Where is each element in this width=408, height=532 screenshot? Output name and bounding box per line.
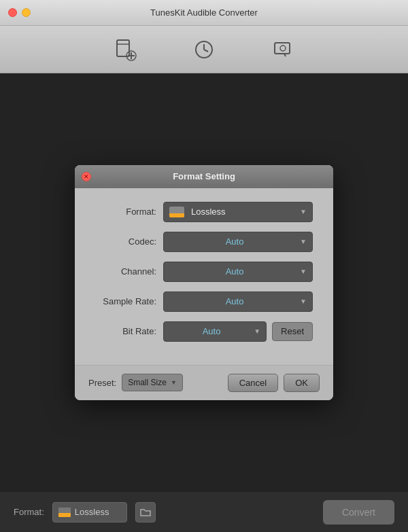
channel-label: Channel:: [95, 266, 163, 277]
folder-button[interactable]: [135, 502, 156, 522]
format-dropdown-arrow: ▼: [300, 208, 307, 215]
footer-buttons: Cancel OK: [228, 374, 320, 392]
codec-select[interactable]: Auto ▼: [163, 232, 313, 252]
sample-rate-row: Sample Rate: Auto ▼: [95, 291, 313, 312]
channel-dropdown-arrow: ▼: [300, 268, 307, 275]
bottom-bar: Format: Lossless Convert: [0, 491, 408, 532]
codec-label: Codec:: [95, 236, 163, 247]
bottom-format-icon: [58, 508, 71, 517]
dialog-title: Format Setting: [173, 171, 235, 181]
codec-row: Codec: Auto ▼: [95, 232, 313, 252]
main-content: ✕ Format Setting Format: Lossless ▼: [0, 73, 408, 491]
toolbar: [0, 26, 408, 73]
convert-button[interactable]: Convert: [323, 500, 394, 525]
dialog-titlebar: ✕ Format Setting: [75, 165, 333, 188]
svg-rect-12: [58, 513, 71, 517]
bottom-format-select[interactable]: Lossless: [52, 502, 127, 522]
svg-line-7: [204, 50, 208, 52]
dialog-close-button[interactable]: ✕: [82, 172, 91, 181]
dialog-footer: Preset: Small Size ▼ Cancel OK: [75, 365, 333, 400]
sample-rate-dropdown-arrow: ▼: [300, 298, 307, 305]
preset-select[interactable]: Small Size ▼: [122, 374, 183, 391]
bit-rate-select[interactable]: Auto ▼: [163, 321, 267, 342]
codec-select-value: Auto: [169, 236, 300, 247]
format-label: Format:: [95, 207, 163, 217]
window-controls: [8, 8, 31, 17]
codec-dropdown-arrow: ▼: [300, 238, 307, 245]
bit-rate-dropdown-arrow: ▼: [254, 327, 260, 335]
settings-button[interactable]: [271, 37, 295, 62]
ok-button[interactable]: OK: [284, 374, 320, 392]
sample-rate-select[interactable]: Auto ▼: [163, 291, 313, 312]
dialog-overlay: ✕ Format Setting Format: Lossless ▼: [0, 73, 408, 491]
channel-row: Channel: Auto ▼: [95, 262, 313, 282]
title-bar: TunesKit Audible Converter: [0, 0, 408, 26]
format-setting-dialog: ✕ Format Setting Format: Lossless ▼: [75, 165, 333, 400]
history-button[interactable]: [192, 37, 216, 62]
minimize-button[interactable]: [22, 8, 31, 17]
sample-rate-select-value: Auto: [169, 296, 300, 306]
app-title: TunesKit Audible Converter: [150, 7, 258, 18]
format-select-inner: Lossless: [169, 207, 300, 217]
sample-rate-label: Sample Rate:: [95, 296, 163, 306]
channel-select[interactable]: Auto ▼: [163, 262, 313, 282]
preset-dropdown-arrow: ▼: [171, 379, 177, 386]
bottom-format-value: Lossless: [75, 507, 109, 517]
add-file-button[interactable]: [113, 37, 137, 62]
close-button[interactable]: [8, 8, 17, 17]
svg-point-9: [280, 46, 286, 51]
format-icon: [169, 207, 184, 217]
format-row: Format: Lossless ▼: [95, 202, 313, 222]
bit-rate-label: Bit Rate:: [95, 326, 163, 336]
cancel-button[interactable]: Cancel: [228, 374, 278, 392]
dialog-body: Format: Lossless ▼ Codec: Auto ▼: [75, 188, 333, 365]
bottom-format-label: Format:: [14, 507, 44, 517]
channel-select-value: Auto: [169, 266, 300, 277]
preset-section: Preset: Small Size ▼: [88, 374, 228, 391]
format-select[interactable]: Lossless ▼: [163, 202, 313, 222]
svg-rect-8: [275, 43, 290, 54]
preset-label: Preset:: [88, 378, 116, 388]
format-select-value: Lossless: [188, 207, 300, 217]
bit-rate-select-value: Auto: [169, 326, 254, 336]
bit-rate-row: Bit Rate: Auto ▼ Reset: [95, 321, 313, 342]
reset-button[interactable]: Reset: [272, 322, 313, 341]
preset-select-value: Small Size: [128, 378, 167, 387]
